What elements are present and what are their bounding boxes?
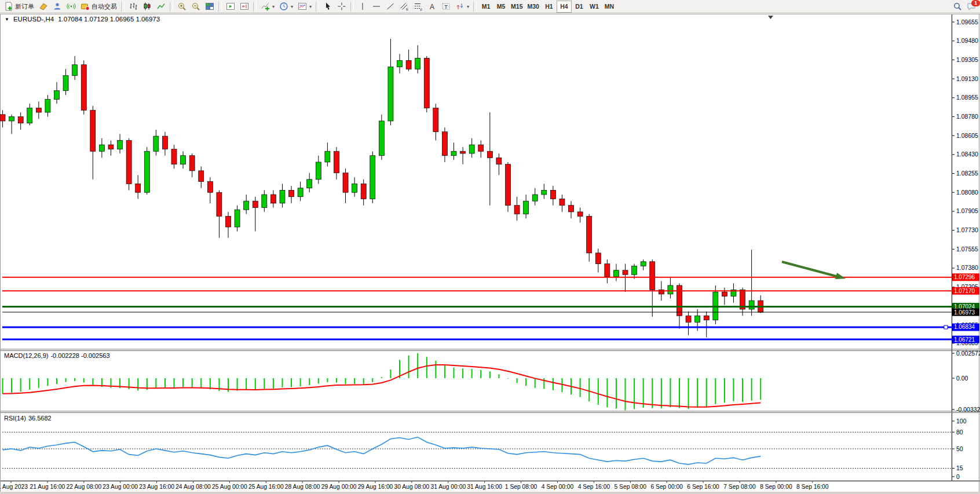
svg-text:25 Aug 16:00: 25 Aug 16:00 <box>248 484 284 490</box>
timeframe-mn[interactable]: MN <box>602 1 617 13</box>
svg-text:22 Aug 08:00: 22 Aug 08:00 <box>66 484 101 490</box>
timeframe-m1[interactable]: M1 <box>478 1 493 13</box>
metaeditor-button[interactable] <box>36 1 50 13</box>
line-chart-icon <box>156 2 166 11</box>
fibonacci-button[interactable]: F <box>411 1 425 13</box>
dropdown-caret: ▾ <box>309 4 312 9</box>
toolbar-separator <box>218 2 222 12</box>
auto-scroll-button[interactable] <box>224 1 237 13</box>
trendline-button[interactable] <box>383 1 397 13</box>
svg-text:T: T <box>444 4 448 10</box>
templates-button[interactable]: ▾ <box>295 1 314 13</box>
zoom-in-icon <box>177 2 187 11</box>
chart-candles-button[interactable] <box>140 1 154 13</box>
text-label-button[interactable]: T <box>439 1 453 13</box>
toolbar-separator <box>316 2 319 12</box>
svg-text:-0.003326: -0.003326 <box>956 406 980 413</box>
svg-text:0.002572: 0.002572 <box>956 350 980 357</box>
chart-line-button[interactable] <box>154 1 168 13</box>
metaeditor-icon <box>39 2 48 11</box>
dropdown-caret: ▾ <box>291 4 293 9</box>
svg-text:1.07905: 1.07905 <box>956 207 978 214</box>
trendline-icon <box>386 2 395 11</box>
chart-shift-icon <box>240 2 249 11</box>
timeframe-d1[interactable]: D1 <box>572 1 587 13</box>
svg-text:29 Aug 16:00: 29 Aug 16:00 <box>358 484 393 490</box>
notification-badge[interactable]: 1 <box>971 0 980 6</box>
channel-button[interactable]: E <box>397 1 411 13</box>
signals-button[interactable] <box>64 1 78 13</box>
svg-text:4 Sep 00:00: 4 Sep 00:00 <box>542 484 574 490</box>
svg-text:31 Aug 00:00: 31 Aug 00:00 <box>430 484 466 490</box>
search-button[interactable] <box>950 1 964 13</box>
autotrading-button[interactable]: 自动交易 <box>78 1 119 13</box>
tile-windows-button[interactable] <box>203 1 217 13</box>
chart-bars-button[interactable] <box>126 1 140 13</box>
svg-text:A: A <box>430 3 434 11</box>
candlestick-chart-icon <box>142 2 152 11</box>
new-order-icon <box>4 2 13 11</box>
crosshair-icon <box>337 2 346 11</box>
text-icon: A <box>427 2 437 11</box>
zoom-in-button[interactable] <box>175 1 189 13</box>
new-order-label: 新订单 <box>15 2 34 11</box>
toolbar-separator <box>253 2 257 12</box>
panel-frame <box>0 14 980 494</box>
fibonacci-icon: F <box>414 2 423 11</box>
indicators-button[interactable]: ▾ <box>258 1 277 13</box>
timeframe-m15[interactable]: M15 <box>509 1 525 13</box>
svg-text:1 Sep 08:00: 1 Sep 08:00 <box>505 484 537 490</box>
arrows-button[interactable]: ▾ <box>453 1 471 13</box>
svg-text:100: 100 <box>956 418 967 425</box>
svg-text:1.07170: 1.07170 <box>954 288 975 294</box>
macd-name: MACD(12,26,9) <box>4 352 48 359</box>
cursor-button[interactable] <box>321 1 335 13</box>
svg-text:1.09480: 1.09480 <box>956 37 978 44</box>
arrow-objects-icon <box>455 2 465 11</box>
text-label-icon: T <box>441 2 451 11</box>
periods-button[interactable]: ▾ <box>277 1 295 13</box>
chart-canvas[interactable]: 1.096551.094801.093051.091301.089551.087… <box>0 0 980 494</box>
community-icon <box>53 2 62 11</box>
svg-text:25 Aug 00:00: 25 Aug 00:00 <box>212 484 247 490</box>
chart-symbol-period: EURUSD-,H4 <box>13 16 54 23</box>
clock-icon <box>279 2 288 11</box>
svg-text:21 Aug 16:00: 21 Aug 16:00 <box>30 484 65 490</box>
svg-text:23 Aug 16:00: 23 Aug 16:00 <box>139 484 174 490</box>
toolbar-separator <box>350 2 354 12</box>
timeframe-m30[interactable]: M30 <box>525 1 542 13</box>
zoom-out-icon <box>191 2 200 11</box>
new-order-button[interactable]: 新订单 <box>2 1 36 13</box>
tile-windows-icon <box>205 2 214 11</box>
horizontal-line-button[interactable] <box>370 1 383 13</box>
svg-text:6 Sep 16:00: 6 Sep 16:00 <box>687 484 719 490</box>
zoom-out-button[interactable] <box>189 1 203 13</box>
community-button[interactable] <box>50 1 64 13</box>
vertical-line-button[interactable] <box>356 1 370 13</box>
line-drag-handle[interactable] <box>944 325 948 329</box>
main-toolbar: 新订单 自动交易 <box>0 0 980 13</box>
svg-text:23 Aug 00:00: 23 Aug 00:00 <box>103 484 138 490</box>
timeframe-w1[interactable]: W1 <box>587 1 602 13</box>
svg-text:80: 80 <box>956 429 963 436</box>
svg-text:24 Aug 08:00: 24 Aug 08:00 <box>175 484 211 490</box>
toolbar-separator <box>170 2 173 12</box>
chart-menu-caret[interactable]: ▼ <box>5 17 9 22</box>
timeframe-m5[interactable]: M5 <box>493 1 509 13</box>
chart-title: ▼ EURUSD-,H4 1.07084 1.07129 1.06965 1.0… <box>5 16 160 23</box>
bar-chart-icon <box>129 2 138 11</box>
chart-shift-button[interactable] <box>237 1 251 13</box>
vertical-line-icon <box>358 2 367 11</box>
timeframe-h1[interactable]: H1 <box>542 1 557 13</box>
svg-text:7 Sep 08:00: 7 Sep 08:00 <box>723 484 756 490</box>
rsi-indicator-label: RSI(14)36.5682 <box>4 415 52 422</box>
svg-text:4 Sep 16:00: 4 Sep 16:00 <box>578 484 610 490</box>
svg-text:1.08605: 1.08605 <box>956 132 978 139</box>
svg-text:1.07296: 1.07296 <box>954 274 975 280</box>
svg-text:1.08430: 1.08430 <box>956 151 978 158</box>
crosshair-button[interactable] <box>335 1 349 13</box>
timeframe-h4[interactable]: H4 <box>557 1 572 13</box>
text-button[interactable]: A <box>425 1 439 13</box>
svg-text:30 Aug 08:00: 30 Aug 08:00 <box>394 484 430 490</box>
chart-ohlc-values: 1.07084 1.07129 1.06965 1.06973 <box>58 16 160 23</box>
